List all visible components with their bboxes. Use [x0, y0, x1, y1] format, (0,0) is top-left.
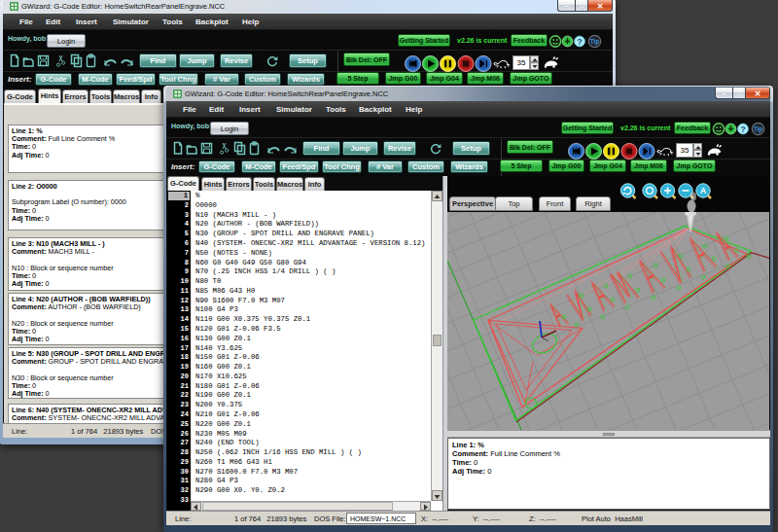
svg-text:?: ?: [577, 37, 583, 47]
svg-text:Tip: Tip: [754, 125, 763, 133]
svg-text:Tip: Tip: [590, 38, 600, 46]
svg-text:?: ?: [740, 124, 746, 134]
